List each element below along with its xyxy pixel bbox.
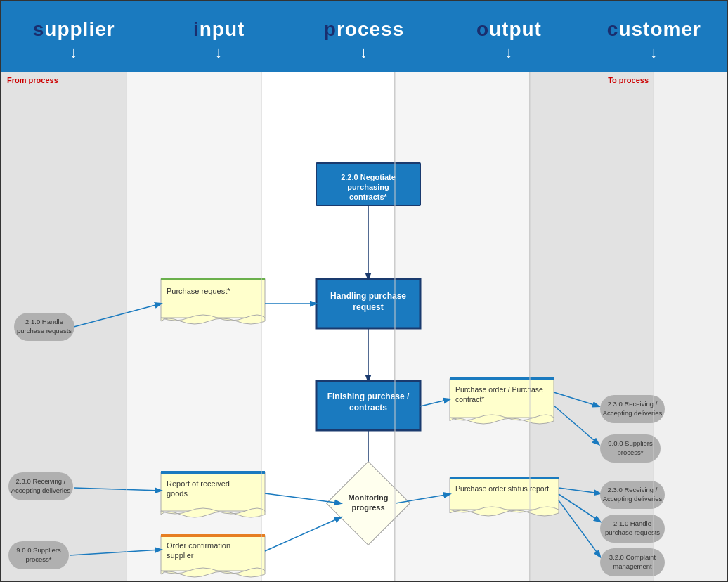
header: supplier ↓ input ↓ process ↓ output ↓ cu… [1,1,727,72]
header-supplier-label: supplier [33,18,115,41]
lane-output [395,72,530,582]
header-input-label: input [193,18,245,41]
arrow-down-output: ↓ [505,44,513,62]
header-supplier: supplier ↓ [1,1,146,72]
header-output: output ↓ [436,1,581,72]
header-process: process ↓ [292,1,436,72]
header-output-label: output [476,18,542,41]
header-input: input ↓ [146,1,291,72]
lane-supplier: From process [1,72,126,582]
lane-customer: To process [530,72,653,582]
arrow-down-process: ↓ [360,44,368,62]
lane-input [126,72,261,582]
lane-process [261,72,395,582]
from-process-label: From process [1,72,126,89]
header-customer: customer ↓ [582,1,727,72]
arrow-down-customer: ↓ [650,44,658,62]
header-customer-label: customer [607,18,701,41]
arrow-down-input: ↓ [215,44,223,62]
to-process-label: To process [530,72,653,89]
header-process-label: process [324,18,404,41]
arrow-down-supplier: ↓ [70,44,78,62]
